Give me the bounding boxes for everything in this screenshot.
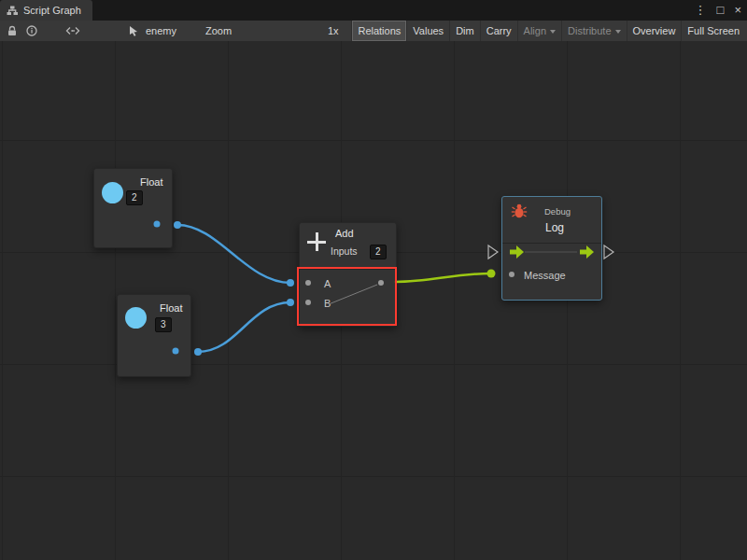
wire-float2-to-add-b[interactable]	[198, 302, 290, 352]
inputs-count-field[interactable]: 2	[370, 245, 387, 259]
graph-toolbar: enemy Zoom 1x Relations Values Dim Carry…	[0, 21, 747, 42]
window-close-button[interactable]: ×	[734, 0, 741, 21]
toolbar-button-overview[interactable]: Overview	[627, 21, 682, 41]
debug-flow-output-port[interactable]	[604, 245, 613, 259]
wire-endpoint[interactable]	[287, 299, 294, 306]
chevron-down-icon	[550, 30, 556, 34]
code-brackets-icon[interactable]	[65, 25, 80, 36]
toolbar-button-distribute-label: Distribute	[568, 25, 611, 36]
node-category: Debug	[544, 206, 571, 217]
node-divider	[502, 243, 601, 244]
wire-endpoint[interactable]	[194, 348, 202, 356]
toolbar-button-values[interactable]: Values	[406, 21, 449, 41]
toolbar-button-full-screen[interactable]: Full Screen	[681, 21, 745, 41]
wire-add-to-debug-message[interactable]	[396, 273, 491, 282]
script-graph-icon	[7, 6, 18, 16]
port-label-message: Message	[524, 270, 566, 282]
node-float-2[interactable]: Float 3	[117, 294, 191, 377]
zoom-label: Zoom	[205, 21, 232, 41]
toolbar-button-align[interactable]: Align	[517, 21, 561, 41]
wire-float1-to-add-a[interactable]	[177, 225, 290, 283]
window-titlebar: Script Graph ⋮ □ ×	[0, 0, 747, 21]
float-value-field[interactable]: 2	[126, 190, 143, 205]
toolbar-buttons: Relations Values Dim Carry Align Distrib…	[351, 21, 745, 41]
pointer-icon	[129, 25, 140, 37]
wire-endpoint[interactable]	[287, 279, 294, 287]
toolbar-button-relations[interactable]: Relations	[351, 21, 406, 41]
window-controls: ⋮ □ ×	[695, 0, 741, 21]
node-title: Float	[160, 302, 182, 314]
bug-icon	[511, 203, 528, 219]
node-title: Add	[335, 228, 354, 239]
node-title: Float	[140, 176, 162, 188]
inputs-label: Inputs	[331, 245, 358, 257]
toolbar-button-distribute[interactable]: Distribute	[561, 21, 626, 41]
node-title: Log	[545, 221, 564, 234]
zoom-value: 1x	[328, 21, 339, 41]
window-menu-button[interactable]: ⋮	[695, 0, 707, 21]
debug-flow-input-port[interactable]	[488, 245, 498, 259]
graph-target-name: enemy	[146, 25, 176, 36]
float-value-field[interactable]: 3	[155, 317, 172, 332]
graph-canvas[interactable]: Float 2 Float 3 Add Inputs 2 A B	[0, 41, 747, 560]
tab-script-graph[interactable]: Script Graph	[0, 0, 92, 21]
unity-script-graph-window: Script Graph ⋮ □ × enemy	[0, 0, 747, 560]
node-debug-log[interactable]: Debug Log Message	[501, 196, 602, 301]
toolbar-button-align-label: Align	[524, 25, 546, 36]
window-maximize-button[interactable]: □	[717, 0, 725, 21]
wire-endpoint[interactable]	[487, 270, 496, 278]
float-circle-icon	[102, 182, 123, 203]
tab-title: Script Graph	[23, 5, 81, 16]
selection-highlight-red	[297, 267, 397, 326]
node-float-1[interactable]: Float 2	[93, 168, 173, 248]
graph-target-field[interactable]: enemy	[129, 21, 176, 41]
chevron-down-icon	[615, 30, 621, 34]
toolbar-button-carry[interactable]: Carry	[480, 21, 517, 41]
float-circle-icon	[125, 307, 147, 329]
lock-icon[interactable]	[7, 25, 18, 36]
info-icon[interactable]	[26, 25, 37, 36]
plus-icon	[307, 232, 326, 251]
wire-endpoint[interactable]	[174, 221, 181, 229]
toolbar-button-dim[interactable]: Dim	[449, 21, 480, 41]
